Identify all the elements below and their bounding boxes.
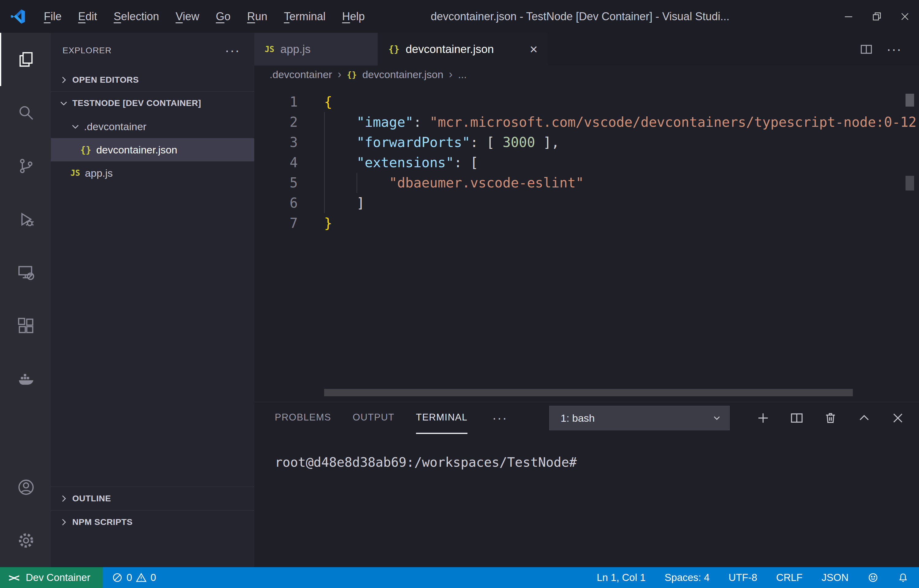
close-button[interactable] (891, 0, 919, 33)
activity-source-control[interactable] (0, 139, 51, 193)
panel-tab-output[interactable]: OUTPUT (352, 402, 394, 434)
eol-sequence[interactable]: CRLF (776, 572, 803, 583)
activity-search[interactable] (0, 86, 51, 139)
line-number: 1 (254, 92, 298, 112)
file-label: app.js (85, 167, 113, 179)
breadcrumb-symbol[interactable]: ... (458, 69, 467, 81)
tree-item-appjs[interactable]: JS app.js (51, 162, 254, 185)
terminal-selector[interactable]: 1: bash (549, 406, 730, 430)
panel-more-actions-icon[interactable]: ··· (492, 411, 507, 425)
activity-docker[interactable] (0, 352, 51, 406)
encoding[interactable]: UTF-8 (728, 572, 757, 583)
folder-label: .devcontainer (84, 121, 147, 132)
split-editor-icon[interactable] (859, 42, 873, 56)
activity-explorer[interactable] (0, 33, 51, 86)
vertical-scrollbar[interactable] (906, 94, 914, 107)
panel-tab-label: PROBLEMS (275, 412, 331, 423)
activity-remote-explorer[interactable] (0, 246, 51, 299)
json-file-icon: {} (80, 145, 91, 155)
menu-edit[interactable]: Edit (70, 0, 105, 33)
notifications-bell-icon[interactable] (898, 572, 909, 583)
search-icon (17, 104, 35, 121)
panel-tab-problems[interactable]: PROBLEMS (275, 402, 331, 434)
status-bar-right: Ln 1, Col 1 Spaces: 4 UTF-8 CRLF JSON (597, 572, 919, 583)
activity-run-debug[interactable] (0, 193, 51, 246)
problems-indicator[interactable]: 0 0 (112, 572, 156, 583)
extensions-icon (17, 317, 35, 335)
workspace-label: TESTNODE [DEV CONTAINER] (72, 98, 201, 108)
sidebar-more-actions-icon[interactable]: ··· (225, 44, 240, 57)
close-tab-icon[interactable]: × (530, 42, 538, 56)
explorer-sidebar: EXPLORER ··· OPEN EDITORS TESTNODE [DEV … (51, 33, 254, 567)
breadcrumb-folder[interactable]: .devcontainer (270, 69, 332, 81)
tree-item-devcontainer-json[interactable]: {} devcontainer.json (51, 138, 254, 162)
breadcrumb-file[interactable]: devcontainer.json (362, 69, 444, 81)
code-line-3[interactable]: 3 "forwardPorts": [ 3000 ], (254, 132, 919, 152)
docker-icon (17, 370, 35, 388)
main-area: EXPLORER ··· OPEN EDITORS TESTNODE [DEV … (0, 33, 919, 567)
kill-terminal-icon[interactable] (824, 411, 838, 425)
code-line-7[interactable]: 7} (254, 213, 919, 233)
code-line-content: ] (324, 193, 365, 213)
close-panel-icon[interactable] (891, 411, 905, 425)
warning-icon (136, 572, 147, 583)
new-terminal-icon[interactable] (756, 411, 770, 425)
restore-button[interactable] (862, 0, 891, 33)
editor-more-actions-icon[interactable]: ··· (887, 42, 902, 56)
line-number: 5 (254, 173, 298, 193)
menu-selection[interactable]: Selection (105, 0, 167, 33)
panel-tab-terminal[interactable]: TERMINAL (416, 402, 468, 434)
code-line-4[interactable]: 4 "extensions": [ (254, 152, 919, 173)
cursor-position[interactable]: Ln 1, Col 1 (597, 572, 646, 583)
indent-guide (324, 112, 325, 213)
activity-extensions[interactable] (0, 299, 51, 352)
code-line-2[interactable]: 2 "image": "mcr.microsoft.com/vscode/dev… (254, 112, 919, 132)
menu-go[interactable]: Go (208, 0, 239, 33)
feedback-icon[interactable] (867, 572, 879, 583)
remote-explorer-icon (17, 264, 35, 281)
activity-settings[interactable] (0, 514, 51, 567)
section-outline[interactable]: OUTLINE (51, 487, 254, 510)
code-editor[interactable]: 1{2 "image": "mcr.microsoft.com/vscode/d… (254, 83, 919, 402)
bottom-panel: PROBLEMS OUTPUT TERMINAL ··· 1: bash roo… (254, 402, 919, 567)
warning-count: 0 (150, 572, 156, 583)
tab-devcontainer-json[interactable]: {} devcontainer.json × (378, 33, 548, 66)
code-lines: 1{2 "image": "mcr.microsoft.com/vscode/d… (254, 92, 919, 233)
language-mode[interactable]: JSON (822, 572, 848, 583)
menu-help[interactable]: Help (334, 0, 373, 33)
gear-icon (17, 531, 35, 549)
tree-item-devcontainer-folder[interactable]: .devcontainer (51, 115, 254, 138)
code-line-1[interactable]: 1{ (254, 92, 919, 112)
minimize-button[interactable] (835, 0, 862, 33)
overview-ruler-mark (906, 176, 914, 191)
section-workspace[interactable]: TESTNODE [DEV CONTAINER] (51, 92, 254, 115)
breadcrumb: .devcontainer › {} devcontainer.json › .… (254, 66, 919, 83)
menu-view[interactable]: View (167, 0, 207, 33)
maximize-panel-icon[interactable] (857, 411, 871, 425)
indentation[interactable]: Spaces: 4 (665, 572, 710, 583)
menu-terminal[interactable]: Terminal (276, 0, 334, 33)
window-controls (835, 0, 919, 33)
accounts-icon (17, 478, 35, 496)
menu-file[interactable]: File (36, 0, 70, 33)
tab-bar: JS app.js {} devcontainer.json × ··· (254, 33, 919, 66)
outline-label: OUTLINE (72, 494, 111, 504)
tab-label: devcontainer.json (405, 43, 494, 56)
line-number: 2 (254, 112, 298, 132)
section-open-editors[interactable]: OPEN EDITORS (51, 68, 254, 92)
source-control-icon (17, 157, 35, 175)
code-line-5[interactable]: 5 "dbaeumer.vscode-eslint" (254, 173, 919, 193)
menu-run[interactable]: Run (239, 0, 276, 33)
vscode-logo (0, 8, 36, 25)
code-line-6[interactable]: 6 ] (254, 193, 919, 213)
tab-appjs[interactable]: JS app.js (254, 33, 378, 66)
remote-indicator[interactable]: >< Dev Container (0, 567, 103, 588)
section-npm-scripts[interactable]: NPM SCRIPTS (51, 510, 254, 533)
panel-header: PROBLEMS OUTPUT TERMINAL ··· 1: bash (254, 402, 919, 434)
terminal-selector-value: 1: bash (560, 412, 595, 424)
horizontal-scrollbar[interactable] (324, 389, 853, 396)
activity-accounts[interactable] (0, 460, 51, 514)
split-terminal-icon[interactable] (790, 411, 804, 425)
code-line-content: "dbaeumer.vscode-eslint" (324, 173, 584, 193)
terminal-prompt[interactable]: root@d48e8d38ab69:/workspaces/TestNode# (275, 455, 577, 470)
